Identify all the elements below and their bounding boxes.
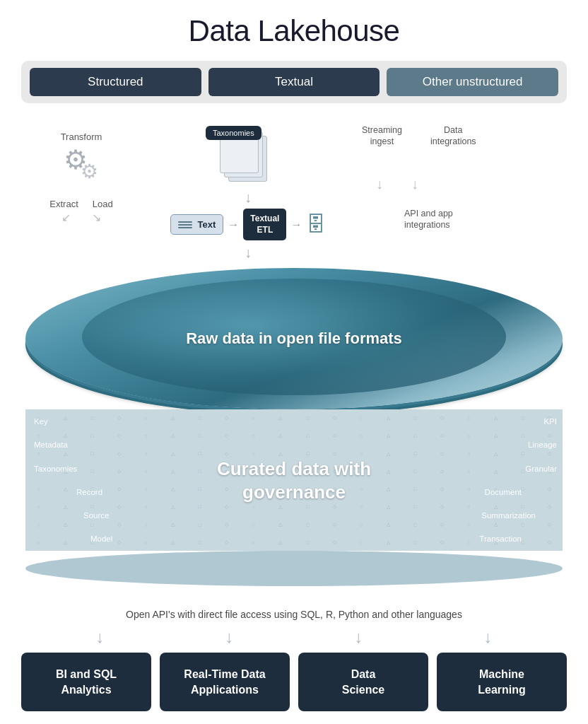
- data-integrations-label: Data integrations: [430, 124, 476, 148]
- pattern-cell: △: [160, 516, 186, 533]
- pattern-cell: □: [402, 498, 428, 515]
- pattern-cell: △: [375, 498, 401, 515]
- bottom-cap: [25, 551, 563, 586]
- cylinder-body: ○△□◇○△□◇○△□◇○△□◇○△□◇○△□◇○△□◇○△□◇○△□◇○△□◇…: [25, 409, 563, 551]
- pattern-cell: ◇: [322, 534, 348, 551]
- ingest-pair: Streaming ingest Data integrations: [362, 124, 476, 162]
- raw-data-label: Raw data in open file formats: [186, 329, 402, 348]
- pattern-cell: □: [187, 516, 213, 533]
- pattern-cell: ◇: [429, 534, 455, 551]
- streaming-label: Streaming ingest: [362, 124, 402, 148]
- pattern-cell: △: [375, 427, 401, 444]
- pattern-cell: □: [294, 409, 320, 426]
- down-arrow-flow: ↓: [245, 245, 252, 261]
- textual-etl-section: Taxonomies ↓ Text → TextualETL → 🗄 ↓: [177, 117, 319, 261]
- pattern-cell: ○: [133, 534, 159, 551]
- pattern-cell: ○: [456, 409, 482, 426]
- label-transaction: Transaction: [479, 535, 522, 543]
- pattern-cell: △: [267, 427, 293, 444]
- label-taxonomies: Taxonomies: [34, 465, 112, 473]
- pattern-cell: ◇: [322, 427, 348, 444]
- taxonomies-badge: Taxonomies: [206, 126, 261, 140]
- lake-disk: Raw data in open file formats ○△□◇○△□◇○△…: [25, 268, 563, 586]
- etl-section: Transform ⚙ ⚙ Extract Load ↙↘: [28, 117, 134, 224]
- flow-arrow-2: →: [290, 218, 302, 231]
- pattern-cell: ◇: [429, 516, 455, 533]
- label-kpi: KPI: [543, 417, 557, 426]
- text-box: Text: [170, 214, 224, 235]
- right-ingestion-section: Streaming ingest Data integrations ↓ ↓ A…: [362, 117, 560, 245]
- label-metadata: Metadata: [34, 440, 112, 449]
- pattern-cell: □: [402, 516, 428, 533]
- pattern-cell: □: [187, 481, 213, 498]
- output-card-ds: Data Science: [298, 653, 428, 711]
- pattern-cell: △: [160, 463, 186, 480]
- pattern-cell: ◇: [213, 534, 240, 551]
- pattern-cell: ○: [240, 409, 266, 426]
- side-labels-right: KPI Lineage Granular Document Summarizat…: [479, 409, 557, 551]
- pattern-cell: △: [375, 534, 401, 551]
- pattern-cell: ◇: [429, 427, 455, 444]
- pattern-cell: △: [375, 481, 401, 498]
- pattern-cell: △: [160, 534, 186, 551]
- pattern-cell: ◇: [322, 409, 348, 426]
- source-badge-other: Other unstructured: [387, 68, 558, 96]
- pattern-cell: ○: [348, 516, 375, 533]
- pattern-cell: ○: [133, 481, 159, 498]
- pattern-cell: ◇: [429, 409, 455, 426]
- pattern-cell: □: [187, 463, 213, 480]
- pattern-cell: □: [187, 534, 213, 551]
- pattern-cell: ◇: [213, 516, 240, 533]
- pattern-cell: △: [160, 427, 186, 444]
- source-header: Structured Textual Other unstructured: [21, 61, 567, 103]
- pattern-cell: ○: [240, 534, 266, 551]
- pattern-cell: △: [267, 534, 293, 551]
- pattern-cell: □: [402, 409, 428, 426]
- pattern-cell: ○: [348, 427, 375, 444]
- pattern-cell: ○: [133, 463, 159, 480]
- pattern-cell: ◇: [322, 516, 348, 533]
- source-badge-structured: Structured: [30, 68, 201, 96]
- pattern-cell: □: [294, 427, 320, 444]
- flow-arrow-1: →: [228, 218, 239, 231]
- side-labels-left: Key Metadata Taxonomies Record Source Mo…: [34, 409, 112, 551]
- pattern-cell: □: [402, 427, 428, 444]
- pattern-cell: △: [160, 481, 186, 498]
- pattern-cell: ○: [133, 516, 159, 533]
- api-integrations-label: API and app integrations: [404, 208, 453, 231]
- label-record: Record: [76, 488, 112, 496]
- pattern-cell: □: [187, 427, 213, 444]
- api-text: Open API's with direct file access using…: [21, 609, 567, 620]
- pattern-cell: ○: [456, 427, 482, 444]
- text-label: Text: [198, 219, 216, 230]
- label-summarization: Summarization: [481, 511, 536, 520]
- label-key: Key: [34, 417, 112, 426]
- down-arrow-tax: ↓: [245, 189, 252, 206]
- pattern-cell: □: [294, 534, 320, 551]
- pattern-cell: □: [187, 409, 213, 426]
- pattern-cell: ◇: [429, 481, 455, 498]
- down-arrow-ml: ↓: [484, 627, 493, 647]
- pattern-cell: □: [402, 534, 428, 551]
- pattern-cell: ○: [240, 427, 266, 444]
- arrows-row: ↓ ↓ ↓ ↓: [21, 627, 567, 647]
- page-title: Data Lakehouse: [189, 14, 400, 48]
- pattern-cell: ○: [456, 463, 482, 480]
- label-document: Document: [485, 488, 522, 496]
- pattern-cell: □: [402, 463, 428, 480]
- pattern-cell: ○: [456, 534, 482, 551]
- data-integrations-col: Data integrations: [430, 124, 476, 162]
- text-lines-icon: [178, 221, 192, 228]
- output-card-bi: BI and SQL Analytics: [21, 653, 151, 711]
- pattern-cell: □: [294, 516, 320, 533]
- textual-etl-box: TextualETL: [243, 209, 286, 240]
- text-etl-flow: Text → TextualETL → 🗄: [170, 209, 327, 240]
- pattern-cell: △: [160, 445, 186, 462]
- pattern-cell: ◇: [213, 409, 240, 426]
- down-arrow-bi: ↓: [96, 627, 105, 647]
- source-badge-textual: Textual: [208, 68, 380, 96]
- output-card-rt: Real-Time Data Applications: [160, 653, 290, 711]
- pattern-cell: △: [267, 516, 293, 533]
- pattern-cell: △: [375, 463, 401, 480]
- pattern-cell: □: [187, 498, 213, 515]
